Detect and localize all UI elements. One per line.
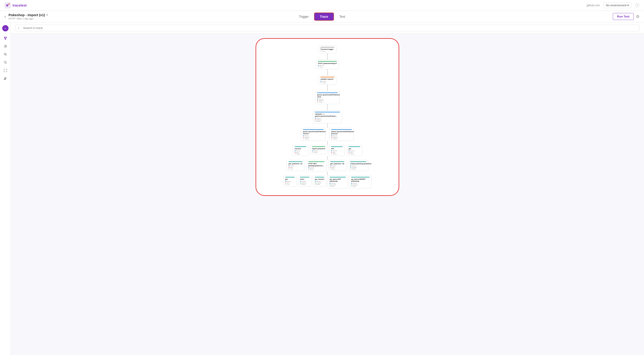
flow-node-import-pokemon[interactable]: import pokemon internal ⏱139ms xyxy=(310,145,328,154)
svg-rect-10 xyxy=(5,45,7,45)
tab-trace[interactable]: Trace xyxy=(314,12,334,21)
github-link: github.com xyxy=(587,4,600,7)
page-title-area: Pokeshop - Import (v1) ℹ HTTP • Ran 1 da… xyxy=(8,13,48,20)
flow-node-queue-receive[interactable]: queue.synchronizePokemon receive interna… xyxy=(301,128,326,141)
node-get-b[interactable]: get internal redis ⏱7ms xyxy=(283,175,297,186)
node-pg-connect[interactable]: pg_connect internal postgres ⏱89ms xyxy=(313,175,326,186)
flow-node-post-pokemon[interactable]: POST /pokemon/import internal ⏱3ms xyxy=(316,60,338,69)
double-arrow-icon: » xyxy=(4,27,6,30)
flow-node-http-get[interactable]: HTTP GET pokeapi.pokemon... internal ⏱64… xyxy=(306,160,326,171)
sidebar-toggle[interactable]: » xyxy=(2,25,8,31)
connector-4 xyxy=(327,104,328,110)
flow-row-7: connect internal redis ⏱155us import pok… xyxy=(263,145,392,156)
node-queue-receive[interactable]: queue.synchronizePokemon receive interna… xyxy=(301,128,326,141)
nav-right: github.com No environment ▾ ? xyxy=(587,2,640,8)
node-info[interactable]: info internal redis ⏱857us xyxy=(329,145,345,156)
svg-rect-9 xyxy=(4,45,4,45)
node-post-pokemon[interactable]: POST /pokemon/import internal ⏱3ms xyxy=(316,60,338,69)
node-default-queue[interactable]: <default> -> queue.synchronizePokem... i… xyxy=(313,110,342,123)
trace-container: Tracetest trigger ⏱67ms POST /pokemon/im… xyxy=(256,38,399,196)
flow-node-get[interactable]: get internal redis ⏱161us xyxy=(346,145,362,156)
svg-rect-11 xyxy=(4,46,4,46)
node-queue-send[interactable]: queue.synchronizePokemon send internal r… xyxy=(315,91,340,104)
svg-line-16 xyxy=(6,55,7,56)
node-http-get[interactable]: HTTP GET pokeapi.pokemon... internal ⏱64… xyxy=(306,160,326,171)
connector-6 xyxy=(327,141,328,145)
flow-row-8: get_pokemon_S1 internal redis ⏱7ms HTTP … xyxy=(263,160,392,171)
flow-node-setex[interactable]: setex internal postgres ⏱793us xyxy=(298,175,312,186)
svg-rect-13 xyxy=(4,47,4,47)
flow-node-queue-send[interactable]: queue.synchronizePokemon send internal r… xyxy=(315,91,340,104)
tab-area: Trigger Trace Test xyxy=(294,12,350,21)
flow-node-tracetest-trigger[interactable]: Tracetest trigger ⏱67ms xyxy=(318,45,336,53)
sub-nav: ‹ Pokeshop - Import (v1) ℹ HTTP • Ran 1 … xyxy=(0,11,644,22)
flow-node-set-pokeshop[interactable]: pg_query:SET pokeshop internal postgres … xyxy=(328,175,348,189)
search-bar: 1 xyxy=(11,22,644,34)
info-icon: ℹ xyxy=(46,13,48,16)
top-nav: tracetest github.com No environment ▾ ? xyxy=(0,0,644,11)
sub-nav-left: ‹ Pokeshop - Import (v1) ℹ HTTP • Ran 1 … xyxy=(4,13,48,20)
logo-icon xyxy=(4,2,11,8)
settings-icon[interactable]: ⚙ xyxy=(636,14,640,19)
node-get[interactable]: get internal redis ⏱161us xyxy=(346,145,362,156)
back-button[interactable]: ‹ xyxy=(4,14,6,19)
sidebar-item-users[interactable] xyxy=(2,75,8,82)
help-icon[interactable]: ? xyxy=(635,3,640,8)
line-number: 1 xyxy=(18,26,21,30)
node-get-pokemon-s1[interactable]: get_pokemon_S1 internal redis ⏱7ms xyxy=(286,160,304,171)
flow-node-validate[interactable]: validate request internal ⏱713us xyxy=(318,75,336,85)
trace-canvas[interactable]: Tracetest trigger ⏱67ms POST /pokemon/im… xyxy=(11,34,644,355)
svg-line-20 xyxy=(6,63,7,64)
sidebar-item-zoom-out[interactable] xyxy=(2,59,8,65)
node-tracetest-trigger[interactable]: Tracetest trigger ⏱67ms xyxy=(318,45,336,53)
node-insert-pokeshop[interactable]: pg_query:INSERT pokeshop internal postgr… xyxy=(349,175,372,189)
node-validate[interactable]: validate request internal ⏱713us xyxy=(318,75,336,85)
flow-node-get-pokemon-s2[interactable]: get_pokemon_S2 internal redis ⏱84us xyxy=(328,160,346,171)
flow-node-pg-connect[interactable]: pg_connect internal postgres ⏱89ms xyxy=(313,175,326,186)
sidebar-item-zoom-in[interactable] xyxy=(2,51,8,57)
connector-5 xyxy=(327,123,328,128)
flow-node-connect[interactable]: connect internal redis ⏱155us xyxy=(292,145,308,156)
node-create-pokeshop[interactable]: create.pokeshop.pokemon internal postgre… xyxy=(348,160,368,171)
flow-node-insert-pokeshop[interactable]: pg_query:INSERT pokeshop internal postgr… xyxy=(349,175,372,189)
chevron-down-icon: ▾ xyxy=(628,3,629,7)
run-test-button[interactable]: Run Test xyxy=(613,13,634,20)
svg-rect-12 xyxy=(5,46,7,46)
svg-point-22 xyxy=(4,77,6,78)
flow-row-9: get internal redis ⏱7ms setex xyxy=(263,175,392,189)
node-connect[interactable]: connect internal redis ⏱155us xyxy=(292,145,308,156)
flow-node-info[interactable]: info internal redis ⏱857us xyxy=(329,145,345,156)
page-subtitle: HTTP • Ran 1 day ago xyxy=(8,17,48,20)
flow-row-6: queue.synchronizePokemon receive interna… xyxy=(263,128,392,141)
node-queue-process[interactable]: queue.synchronizePokemon process interna… xyxy=(329,128,354,141)
connector-7 xyxy=(327,156,328,160)
sidebar-item-list[interactable] xyxy=(2,43,8,49)
svg-rect-14 xyxy=(5,47,7,47)
svg-rect-4 xyxy=(5,38,6,39)
svg-point-1 xyxy=(8,3,10,5)
logo-text: tracetest xyxy=(12,3,27,7)
svg-point-23 xyxy=(6,77,6,78)
sidebar-item-fullscreen[interactable] xyxy=(2,67,8,74)
sub-nav-right: Run Test ⚙ xyxy=(613,13,640,20)
flow-node-queue-process[interactable]: queue.synchronizePokemon process interna… xyxy=(329,128,354,141)
svg-rect-2 xyxy=(4,37,5,38)
node-get-pokemon-s2[interactable]: get_pokemon_S2 internal redis ⏱84us xyxy=(328,160,346,171)
tab-trigger[interactable]: Trigger xyxy=(294,13,314,20)
node-import-pokemon[interactable]: import pokemon internal ⏱139ms xyxy=(310,145,328,154)
connector-3 xyxy=(327,85,328,91)
search-input[interactable] xyxy=(23,26,637,30)
content-area: 1 Tracetest trigger ⏱67ms xyxy=(11,22,644,355)
env-selector[interactable]: No environment ▾ xyxy=(603,2,632,8)
flow-node-create-pokeshop[interactable]: create.pokeshop.pokemon internal postgre… xyxy=(348,160,368,171)
flow-node-get-pokemon-s1[interactable]: get_pokemon_S1 internal redis ⏱7ms xyxy=(286,160,304,171)
flow-node-default-queue[interactable]: <default> -> queue.synchronizePokem... i… xyxy=(313,110,342,123)
search-input-wrap[interactable]: 1 xyxy=(15,25,640,31)
node-set-pokeshop[interactable]: pg_query:SET pokeshop internal postgres … xyxy=(328,175,348,189)
sidebar-item-diagram[interactable] xyxy=(2,35,8,41)
logo-area: tracetest xyxy=(4,2,27,8)
connector-8 xyxy=(327,171,328,175)
node-setex[interactable]: setex internal postgres ⏱793us xyxy=(298,175,312,186)
flow-node-get-b[interactable]: get internal redis ⏱7ms xyxy=(283,175,297,186)
tab-test[interactable]: Test xyxy=(334,13,350,20)
